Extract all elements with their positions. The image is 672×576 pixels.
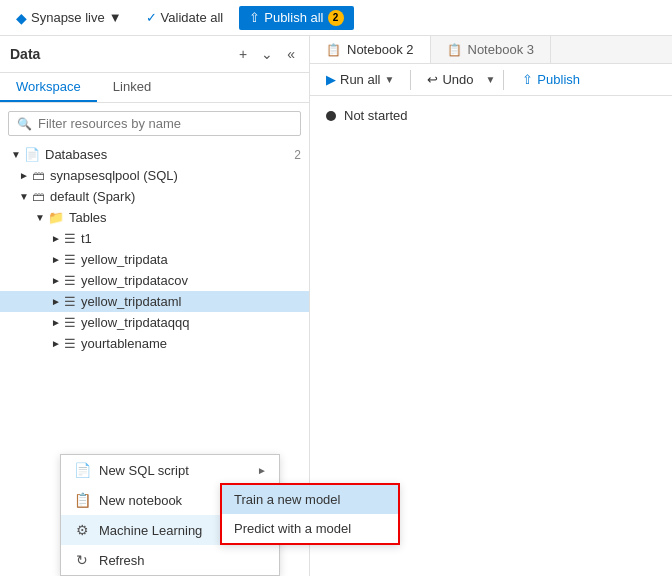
search-input[interactable] [38, 116, 292, 131]
sql-script-icon: 📄 [73, 462, 91, 478]
publish-icon: ⇧ [249, 10, 260, 25]
refresh-icon: ↻ [73, 552, 91, 568]
ml-submenu: Train a new model Predict with a model [220, 483, 400, 545]
undo-chevron-icon: ▼ [485, 74, 495, 85]
notebook-tabs: 📋 Notebook 2 📋 Notebook 3 [310, 36, 672, 64]
refresh-left: ↻ Refresh [73, 552, 145, 568]
yellow-tripdata-label: yellow_tripdata [81, 252, 168, 267]
tree-item-synapsesqlpool[interactable]: ► 🗃 synapsesqlpool (SQL) [0, 165, 309, 186]
notebook-tab-3[interactable]: 📋 Notebook 3 [431, 36, 552, 63]
status-dot [326, 111, 336, 121]
new-notebook-left: 📋 New notebook [73, 492, 182, 508]
main-layout: Data + ⌄ « Workspace Linked 🔍 ▼ 📄 Databa… [0, 36, 672, 576]
panel-icons: + ⌄ « [235, 44, 299, 64]
table-icon: ☰ [64, 231, 76, 246]
new-notebook-label: New notebook [99, 493, 182, 508]
tables-label: Tables [69, 210, 107, 225]
chevron-down-icon: ▼ [16, 191, 32, 202]
notebook-2-label: Notebook 2 [347, 42, 414, 57]
checkmark-icon: ✓ [146, 10, 157, 25]
notebook-3-label: Notebook 3 [468, 42, 535, 57]
publish-label: Publish all [264, 10, 323, 25]
database-icon: 🗃 [32, 168, 45, 183]
tab-row: Workspace Linked [0, 73, 309, 103]
publish-button[interactable]: ⇧ Publish [512, 68, 590, 91]
chevron-right-icon: ► [48, 338, 64, 349]
tree-item-yellow-tripdataqqq[interactable]: ► ☰ yellow_tripdataqqq [0, 312, 309, 333]
undo-icon: ↩ [427, 72, 438, 87]
table-icon: ☰ [64, 273, 76, 288]
predict-with-model-label: Predict with a model [234, 521, 351, 536]
yellow-tripdataqqq-label: yellow_tripdataqqq [81, 315, 189, 330]
minimize-icon[interactable]: « [283, 44, 299, 64]
validate-label: Validate all [161, 10, 224, 25]
chevron-right-icon: ► [48, 317, 64, 328]
new-sql-label: New SQL script [99, 463, 189, 478]
undo-button[interactable]: ↩ Undo [419, 68, 481, 91]
run-all-chevron-icon: ▼ [384, 74, 394, 85]
publish-badge: 2 [328, 10, 344, 26]
tree-item-t1[interactable]: ► ☰ t1 [0, 228, 309, 249]
add-icon[interactable]: + [235, 44, 251, 64]
context-menu-new-sql[interactable]: 📄 New SQL script ► [61, 455, 279, 485]
tree-item-default-spark[interactable]: ▼ 🗃 default (Spark) [0, 186, 309, 207]
chevron-down-icon: ▼ [32, 212, 48, 223]
predict-with-model-item[interactable]: Predict with a model [222, 514, 398, 543]
chevron-down-icon: ▼ [8, 149, 24, 160]
notebook-tab-2[interactable]: 📋 Notebook 2 [310, 36, 431, 63]
validate-all-item[interactable]: ✓ Validate all [138, 6, 232, 29]
yourtablename-label: yourtablename [81, 336, 167, 351]
folder-icon: 📁 [48, 210, 64, 225]
synapse-icon: ◆ [16, 10, 27, 26]
publish-label: Publish [537, 72, 580, 87]
databases-icon: 📄 [24, 147, 40, 162]
tab-linked[interactable]: Linked [97, 73, 167, 102]
publish-icon: ⇧ [522, 72, 533, 87]
table-icon: ☰ [64, 294, 76, 309]
chevron-right-icon: ► [48, 296, 64, 307]
ml-icon: ⚙ [73, 522, 91, 538]
train-new-model-item[interactable]: Train a new model [222, 485, 398, 514]
tree-item-yellow-tripdatacov[interactable]: ► ☰ yellow_tripdatacov [0, 270, 309, 291]
tab-workspace[interactable]: Workspace [0, 73, 97, 102]
search-box: 🔍 [8, 111, 301, 136]
tree-item-tables[interactable]: ▼ 📁 Tables [0, 207, 309, 228]
tree-item-yellow-tripdata[interactable]: ► ☰ yellow_tripdata [0, 249, 309, 270]
synapsesqlpool-label: synapsesqlpool (SQL) [50, 168, 178, 183]
synapse-chevron-icon: ▼ [109, 10, 122, 25]
notebook-tab-icon: 📋 [326, 43, 341, 57]
yellow-tripdatacov-label: yellow_tripdatacov [81, 273, 188, 288]
ml-left: ⚙ Machine Learning [73, 522, 202, 538]
search-icon: 🔍 [17, 117, 32, 131]
synapse-label: Synapse live [31, 10, 105, 25]
chevron-right-icon: ► [48, 275, 64, 286]
table-icon: ☰ [64, 336, 76, 351]
run-all-button[interactable]: ▶ Run all ▼ [318, 68, 402, 91]
tree-item-yourtablename[interactable]: ► ☰ yourtablename [0, 333, 309, 354]
chevron-right-icon: ► [48, 254, 64, 265]
chevron-right-icon: ► [16, 170, 32, 181]
tree-item-yellow-tripdataml[interactable]: ► ☰ yellow_tripdataml [0, 291, 309, 312]
collapse-icon[interactable]: ⌄ [257, 44, 277, 64]
publish-all-button[interactable]: ⇧ Publish all 2 [239, 6, 353, 30]
databases-count: 2 [294, 148, 301, 162]
undo-label: Undo [442, 72, 473, 87]
refresh-label: Refresh [99, 553, 145, 568]
yellow-tripdataml-label: yellow_tripdataml [81, 294, 181, 309]
t1-label: t1 [81, 231, 92, 246]
status-text: Not started [344, 108, 408, 123]
toolbar-separator-2 [503, 70, 504, 90]
left-panel: Data + ⌄ « Workspace Linked 🔍 ▼ 📄 Databa… [0, 36, 310, 576]
chevron-right-icon: ► [48, 233, 64, 244]
databases-label: Databases [45, 147, 107, 162]
toolbar-separator [410, 70, 411, 90]
context-menu-refresh[interactable]: ↻ Refresh [61, 545, 279, 575]
train-new-model-label: Train a new model [234, 492, 340, 507]
new-sql-left: 📄 New SQL script [73, 462, 189, 478]
table-icon: ☰ [64, 252, 76, 267]
spark-db-icon: 🗃 [32, 189, 45, 204]
tree-databases[interactable]: ▼ 📄 Databases 2 [0, 144, 309, 165]
synapse-live-item[interactable]: ◆ Synapse live ▼ [8, 6, 130, 30]
context-menu-wrapper: 📄 New SQL script ► 📋 New notebook ► ⚙ [0, 454, 309, 576]
submenu-arrow-icon: ► [257, 465, 267, 476]
